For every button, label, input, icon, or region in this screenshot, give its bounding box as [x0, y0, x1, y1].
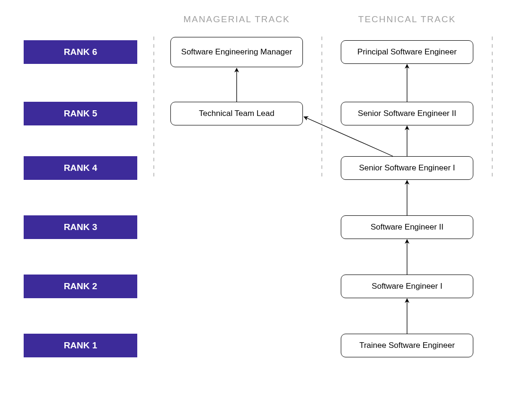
- track-label-technical: TECHNICAL TRACK: [341, 14, 473, 25]
- rank-5-label: RANK 5: [24, 102, 137, 125]
- node-sse1: Senior Software Engineer I: [341, 156, 473, 180]
- rank-4-label: RANK 4: [24, 156, 137, 180]
- node-team-lead: Technical Team Lead: [170, 102, 303, 125]
- career-ladder-diagram: MANAGERIAL TRACK TECHNICAL TRACK RANK 6 …: [0, 0, 532, 408]
- node-se2: Software Engineer II: [341, 215, 473, 239]
- rank-2-label: RANK 2: [24, 275, 137, 298]
- rank-6-label: RANK 6: [24, 40, 137, 64]
- node-sse2: Senior Software Engineer II: [341, 102, 473, 125]
- rank-1-label: RANK 1: [24, 334, 137, 357]
- node-manager: Software Engineering Manager: [170, 37, 303, 67]
- node-principal: Principal Software Engineer: [341, 40, 473, 64]
- node-se1: Software Engineer I: [341, 275, 473, 298]
- track-label-managerial: MANAGERIAL TRACK: [170, 14, 303, 25]
- node-trainee: Trainee Software Engineer: [341, 334, 473, 357]
- rank-3-label: RANK 3: [24, 215, 137, 239]
